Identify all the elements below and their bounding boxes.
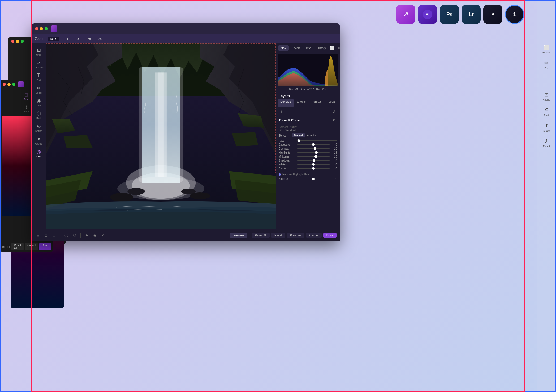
highlights-value: 18	[330, 151, 337, 154]
whites-slider[interactable]	[297, 163, 330, 166]
zoom-100-btn[interactable]: 100	[74, 37, 82, 41]
share-icon-btn[interactable]: ⬆ Share	[542, 121, 551, 134]
edit-icon-btn[interactable]: ✏ Edit	[543, 58, 550, 72]
bottom-view2-icon[interactable]: ⊡	[51, 232, 57, 238]
tl-green-2[interactable]	[12, 83, 15, 86]
export-icon-btn[interactable]: ⤴ Export	[542, 136, 551, 150]
print-icon-btn[interactable]: 🖨 Print	[543, 105, 550, 119]
dock-icon-sp[interactable]: ✦	[483, 5, 502, 24]
main-tl-green[interactable]	[45, 27, 48, 30]
structure-value: 0	[330, 177, 337, 180]
bottom-target-icon[interactable]: ◎	[71, 232, 77, 238]
whites-value: 0	[330, 163, 337, 166]
edit-icon: ✏	[544, 60, 548, 66]
tool-text[interactable]: T Text	[33, 71, 45, 83]
main-toolbar: Zoom 40 ▼ Fit 100 50 25	[32, 34, 340, 43]
exposure-value: 0	[330, 143, 337, 146]
midtones-row: Midtones 13	[279, 155, 337, 158]
browse-nav-icon[interactable]: ⬜	[329, 45, 335, 51]
resize-icon: ⊡	[544, 92, 548, 98]
dock-icon-ai[interactable]: AI	[418, 5, 437, 24]
crop-icon-2: ⊡	[25, 92, 28, 97]
blacks-slider[interactable]	[297, 167, 330, 170]
canvas-area[interactable]	[46, 43, 276, 229]
bottom-grid-icon[interactable]: ⊞	[35, 232, 41, 238]
tl-red-2[interactable]	[3, 83, 6, 86]
bottom-check-icon[interactable]: ✓	[100, 232, 106, 238]
bottom-toolbar: ⊞ ◻ ⊡ ◯ ◎ A ◉ ✓ Preview Reset All Reset …	[32, 229, 340, 241]
tool-transform[interactable]: ⤢ Transform	[33, 58, 45, 71]
layer-reset-btn[interactable]: ↺	[331, 108, 337, 115]
zoom-dropdown[interactable]: 40 ▼	[48, 37, 59, 41]
ai-auto-btn[interactable]: AI Auto	[305, 133, 318, 137]
back-tl-yellow[interactable]	[16, 40, 19, 43]
faces-icon: ◉	[37, 98, 41, 104]
reset-btn[interactable]: Reset	[271, 233, 285, 238]
tool-retouch[interactable]: ✦ Retouch	[33, 134, 45, 147]
highlights-slider[interactable]	[297, 151, 330, 154]
done-btn[interactable]: Done	[323, 233, 337, 238]
tone-title: Tone & Color	[279, 118, 300, 122]
cancel-btn[interactable]: Cancel	[306, 233, 321, 238]
auto-slider[interactable]	[297, 139, 337, 142]
dock-icon-num[interactable]: 1	[505, 5, 524, 24]
zoom-label: Zoom	[35, 37, 43, 41]
dock-icon-ps[interactable]: Ps	[440, 5, 459, 24]
layer-tab-local[interactable]: Local	[326, 99, 338, 107]
wb2-done-btn[interactable]: Done	[39, 243, 51, 250]
layer-tab-develop[interactable]: Develop	[278, 99, 294, 107]
tab-info[interactable]: Info	[303, 45, 313, 51]
tool-crop[interactable]: ⊡ Crop	[33, 46, 45, 58]
tone-reset-btn[interactable]: ↺	[332, 117, 337, 123]
tool-mask[interactable]: ⬡ Mask	[33, 109, 45, 121]
back-tl-red[interactable]	[11, 40, 14, 43]
contrast-slider[interactable]	[297, 147, 330, 150]
fit-btn[interactable]: Fit	[63, 37, 70, 41]
previous-btn[interactable]: Previous	[287, 233, 305, 238]
exposure-slider[interactable]	[297, 143, 330, 146]
resize-icon-btn[interactable]: ⊡ Resize	[542, 90, 551, 103]
tab-nav[interactable]: Nav	[278, 45, 289, 51]
tab-history[interactable]: History	[314, 45, 329, 51]
bottom-oval-icon[interactable]: ◉	[92, 232, 98, 238]
histogram-chart	[278, 54, 338, 86]
tool-refine[interactable]: ⊛ Refine	[33, 122, 45, 134]
zoom-25-btn[interactable]: 25	[97, 37, 103, 41]
app-logo	[51, 25, 57, 32]
tl-yellow-2[interactable]	[7, 83, 11, 86]
main-tl-yellow[interactable]	[40, 27, 43, 30]
bottom-circle-icon[interactable]: ◯	[63, 232, 69, 238]
layer-tab-portrait-ai[interactable]: Portrait AI	[309, 99, 325, 107]
bottom-a-icon[interactable]: A	[84, 232, 90, 238]
main-tl-red[interactable]	[35, 27, 38, 30]
retouch-icon: ✦	[37, 136, 41, 142]
tool-faces[interactable]: ◉ Faces	[33, 96, 45, 108]
bottom-view1-icon[interactable]: ◻	[43, 232, 49, 238]
midtones-slider[interactable]	[297, 155, 330, 158]
contrast-value: 10	[330, 147, 337, 150]
dock-icon-arrow[interactable]: ↗	[396, 5, 415, 24]
back-tl-green[interactable]	[21, 40, 24, 43]
wb2-view-icon[interactable]: ⊡	[7, 244, 10, 250]
preview-btn[interactable]: Preview	[230, 233, 247, 238]
tab-levels[interactable]: Levels	[289, 45, 303, 51]
dock-icon-lr[interactable]: Lr	[462, 5, 481, 24]
wb2-tool-view[interactable]: ◎ View	[23, 103, 30, 114]
layer-upload-btn[interactable]: ⬆	[279, 108, 285, 115]
browse-icon-btn[interactable]: ⬜ Browse	[541, 42, 551, 56]
layer-tab-effects[interactable]: Effects	[294, 99, 308, 107]
reset-all-btn[interactable]: Reset All	[252, 233, 269, 238]
tool-local[interactable]: ✏ Local	[33, 84, 45, 96]
transform-icon: ⤢	[37, 60, 41, 66]
structure-slider[interactable]	[297, 179, 330, 179]
wb2-tool-crop[interactable]: ⊡ Crop	[23, 91, 30, 102]
wb2-cancel-btn[interactable]: Cancel	[25, 243, 38, 250]
zoom-50-btn[interactable]: 50	[86, 37, 92, 41]
wb2-reset-all-btn[interactable]: Reset All	[11, 243, 24, 250]
manual-btn[interactable]: Manual	[292, 133, 305, 137]
shadows-slider[interactable]	[297, 159, 330, 162]
wb2-grid-icon[interactable]: ⊞	[2, 244, 5, 250]
edit-nav-icon[interactable]: ✏	[337, 45, 340, 51]
tool-view[interactable]: ◎ View	[33, 147, 45, 159]
dock-icons: ↗ AI Ps Lr ✦ 1	[396, 5, 524, 24]
